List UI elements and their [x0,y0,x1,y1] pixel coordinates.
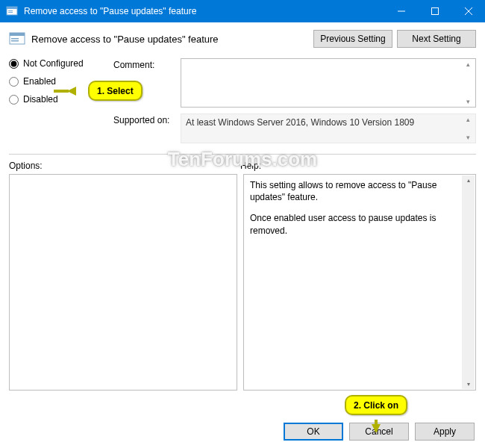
policy-icon [6,5,18,17]
supported-scroll: ▴▾ [462,116,474,141]
titlebar: Remove access to "Pause updates" feature [0,0,485,22]
comment-input[interactable]: ▴▾ [181,58,476,108]
callout-select: 1. Select [88,81,143,101]
maximize-button[interactable] [418,0,451,22]
supported-on-text: At least Windows Server 2016, Windows 10… [186,117,414,128]
help-text-2: Once enabled user access to pause update… [250,212,460,236]
close-button[interactable] [451,0,485,22]
svg-rect-5 [431,8,438,15]
svg-rect-1 [7,7,17,9]
radio-not-configured-label: Not Configured [23,58,84,69]
radio-disabled-label: Disabled [23,94,58,105]
ok-button[interactable]: OK [284,423,343,441]
next-setting-button[interactable]: Next Setting [397,30,476,48]
svg-rect-3 [8,12,13,13]
callout-click: 2. Click on [345,395,407,415]
help-label: Help: [240,161,261,171]
callout-arrow-down-icon [372,424,381,433]
minimize-button[interactable] [384,0,418,22]
previous-setting-button[interactable]: Previous Setting [313,30,392,48]
radio-enabled-label: Enabled [23,76,56,87]
radio-not-configured-input[interactable] [9,59,19,69]
help-panel: This setting allows to remove access to … [243,174,476,391]
radio-enabled-input[interactable] [9,77,19,87]
callout-arrow-left-icon [67,87,76,96]
supported-on-box: At least Windows Server 2016, Windows 10… [181,113,476,143]
svg-rect-11 [11,40,19,42]
svg-rect-2 [8,10,13,11]
policy-title: Remove access to "Pause updates" feature [31,34,309,45]
window-title: Remove access to "Pause updates" feature [24,6,384,16]
radio-disabled-input[interactable] [9,95,19,105]
svg-rect-10 [11,38,19,40]
apply-button[interactable]: Apply [415,423,475,441]
svg-rect-9 [10,33,25,36]
policy-header-icon [9,31,25,47]
supported-label: Supported on: [113,113,181,143]
help-scrollbar[interactable]: ▴▾ [462,175,475,389]
help-text-1: This setting allows to remove access to … [250,179,460,203]
comment-scroll[interactable]: ▴▾ [462,60,474,105]
options-panel [9,174,237,391]
options-label: Options: [9,161,240,171]
separator [9,154,476,155]
radio-not-configured[interactable]: Not Configured [9,58,113,69]
